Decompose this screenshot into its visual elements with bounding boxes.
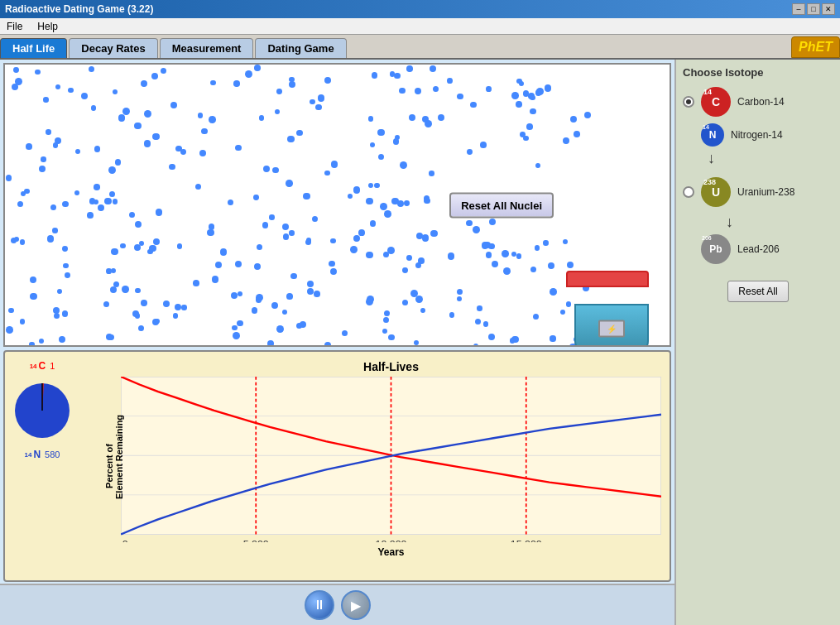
nuclei-dot: [486, 252, 492, 257]
reset-all-button[interactable]: Reset All: [727, 281, 788, 302]
nuclei-dot: [235, 261, 242, 268]
nuclei-dot: [30, 293, 36, 300]
nuclei-dot: [11, 238, 17, 244]
tab-dating-game[interactable]: Dating Game: [255, 38, 346, 58]
nuclei-dot: [6, 175, 12, 180]
nuclei-dot: [415, 296, 423, 303]
nuclei-dot: [50, 204, 56, 210]
nuclei-dot: [74, 190, 79, 195]
nuclei-dot: [233, 80, 239, 86]
chart-title: Half-Lives: [121, 360, 661, 373]
nuclei-dot: [510, 338, 515, 343]
nuclei-dot: [39, 166, 46, 172]
pie-section: 14C 1 14N: [5, 352, 79, 580]
nuclei-dot: [350, 246, 358, 253]
nuclei-dot: [422, 234, 430, 242]
nuclei-dot: [149, 245, 156, 252]
nitrogen-badge: 14 N: [701, 123, 724, 147]
nuclei-dot: [286, 293, 293, 300]
nuclei-dot: [180, 149, 186, 155]
nuclei-dot: [245, 70, 252, 78]
window-title: Radioactive Dating Game (3.22): [5, 3, 153, 15]
pause-button[interactable]: ⏸: [305, 590, 334, 620]
radio-carbon[interactable]: [683, 96, 694, 108]
nuclei-dot: [122, 108, 130, 115]
nuclei-dot: [62, 310, 69, 317]
nuclei-dot: [467, 149, 473, 155]
nuclei-dot: [473, 226, 480, 233]
nuclei-dot: [53, 307, 60, 314]
nuclei-dot: [262, 222, 268, 228]
nuclei-dot: [429, 171, 434, 176]
nuclei-dot: [388, 334, 394, 340]
isotope-item-carbon[interactable]: 14 C Carbon-14: [683, 87, 833, 117]
minimize-button[interactable]: –: [792, 3, 805, 15]
nuclei-dot: [220, 248, 227, 255]
nuclei-dot: [108, 334, 114, 340]
nuclei-dot: [372, 72, 378, 79]
pause-icon: ⏸: [313, 598, 326, 613]
nuclei-dot: [283, 233, 290, 240]
decay-row-uranium: 206 Pb Lead-206: [701, 234, 833, 264]
lead-name: Lead-206: [737, 243, 780, 255]
reset-nuclei-button[interactable]: Reset All Nuclei: [449, 192, 554, 218]
radio-uranium[interactable]: [683, 186, 694, 198]
nuclei-dot: [233, 332, 240, 339]
tab-measurement[interactable]: Measurement: [160, 38, 254, 58]
nuclei-dot: [378, 154, 385, 161]
nuclei-dot: [282, 310, 287, 315]
nuclei-dot: [406, 255, 412, 261]
main-container: ⚡ Reset All Nuclei 14C 1: [0, 60, 840, 625]
nuclei-dot: [89, 198, 96, 204]
nuclei-dot: [170, 102, 177, 108]
nuclei-dot: [68, 88, 74, 94]
isotope-item-uranium[interactable]: 238 U Uranium-238: [683, 177, 833, 207]
nuclei-dot: [475, 319, 481, 325]
nuclei-dot: [457, 296, 462, 301]
nuclei-dot: [330, 268, 337, 275]
nuclei-dot: [252, 307, 257, 313]
nuclei-dot: [228, 200, 233, 205]
help-menu[interactable]: Help: [34, 20, 61, 32]
nuclei-dot: [65, 272, 70, 278]
close-button[interactable]: ✕: [822, 3, 835, 15]
nuclei-dot: [329, 261, 335, 267]
nuclei-dot: [30, 276, 36, 283]
nuclei-dot: [6, 326, 13, 334]
y-axis-label: Percent ofElement Remaining: [104, 433, 124, 499]
nuclei-dot: [307, 288, 314, 295]
nuclei-dot: [382, 329, 387, 334]
bottom-controls: ⏸ ▶: [0, 584, 674, 625]
nuclei-dot: [384, 210, 391, 218]
nuclei-dot: [574, 131, 580, 137]
bucket: ⚡: [566, 271, 657, 345]
nuclei-dot: [152, 133, 160, 141]
decay-row-carbon: 14 N Nitrogen-14: [701, 123, 833, 147]
tab-decay-rates[interactable]: Decay Rates: [69, 38, 157, 58]
file-menu[interactable]: File: [3, 20, 26, 32]
nuclei-dot: [81, 93, 88, 99]
nuclei-dot: [135, 221, 142, 228]
nuclei-dot: [563, 137, 569, 144]
nuclei-dot: [161, 68, 166, 74]
nuclei-dot: [457, 94, 463, 99]
nuclei-dot: [303, 193, 310, 200]
svg-text:10,000: 10,000: [376, 540, 407, 542]
nuclei-dot: [543, 240, 549, 246]
nuclei-dot: [533, 314, 540, 320]
nuclei-dot: [393, 138, 400, 145]
nuclei-dot: [480, 142, 487, 148]
tab-half-life[interactable]: Half Life: [0, 38, 67, 58]
nuclei-dot: [215, 262, 222, 268]
nitrogen-name: Nitrogen-14: [731, 129, 783, 141]
nuclei-dot: [300, 321, 306, 328]
nuclei-dot: [315, 104, 321, 110]
nuclei-dot: [473, 344, 478, 347]
maximize-button[interactable]: □: [807, 3, 820, 15]
nuclei-dot: [282, 224, 289, 230]
step-button[interactable]: ▶: [341, 590, 371, 620]
nuclei-dot: [35, 70, 41, 75]
nuclei-dot: [548, 262, 554, 269]
nuclei-dot: [52, 228, 58, 233]
nuclei-dot: [314, 291, 320, 297]
